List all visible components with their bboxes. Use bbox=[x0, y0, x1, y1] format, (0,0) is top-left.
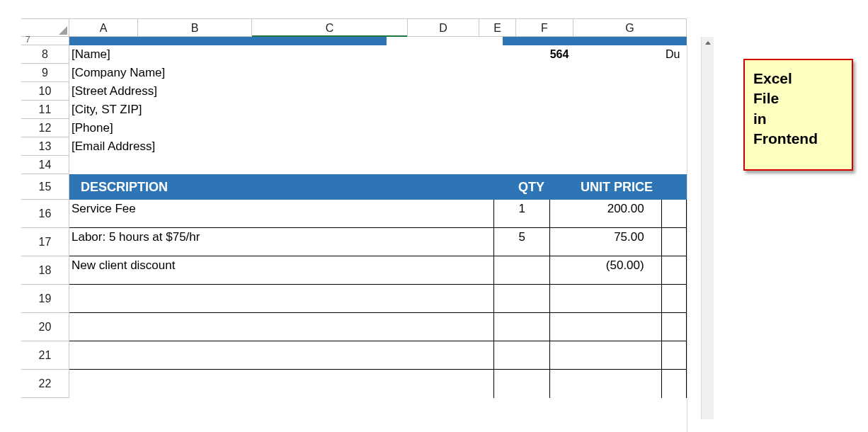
row-header-15[interactable]: 15 bbox=[21, 174, 69, 200]
billto-email[interactable]: [Email Address] bbox=[69, 137, 687, 156]
cell-extra[interactable] bbox=[662, 370, 687, 398]
row-14-empty[interactable] bbox=[69, 156, 687, 174]
cell-extra[interactable] bbox=[662, 285, 687, 312]
table-header-row[interactable]: DESCRIPTION QTY UNIT PRICE bbox=[69, 174, 687, 200]
row-8[interactable]: [Name] 564 Du bbox=[69, 45, 687, 64]
row-header-12[interactable]: 12 bbox=[21, 119, 69, 137]
vertical-scrollbar[interactable] bbox=[701, 37, 714, 419]
excel-embedded-view: A B C D E F G 7 891011121314151617181920… bbox=[0, 0, 868, 432]
row-header-21[interactable]: 21 bbox=[21, 341, 69, 370]
scroll-up-icon[interactable] bbox=[702, 37, 714, 50]
row-header-10[interactable]: 10 bbox=[21, 82, 69, 101]
cell-extra[interactable] bbox=[662, 341, 687, 369]
col-header-A[interactable]: A bbox=[69, 19, 138, 36]
row-header-19[interactable]: 19 bbox=[21, 285, 69, 313]
sticky-line1: Excel bbox=[753, 69, 845, 89]
cell-unit-price[interactable]: (50.00) bbox=[550, 256, 661, 284]
row-header-18[interactable]: 18 bbox=[21, 256, 69, 285]
cell-description[interactable]: New client discount bbox=[69, 256, 494, 284]
table-row[interactable]: New client discount(50.00) bbox=[69, 256, 687, 285]
cell-qty[interactable] bbox=[494, 341, 550, 369]
row7-blue-left bbox=[69, 37, 387, 45]
grid: 7 8910111213141516171819202122 bbox=[21, 37, 69, 398]
due-cutoff-text: Du bbox=[666, 45, 680, 64]
sticky-line4: Frontend bbox=[753, 129, 845, 149]
sticky-note: Excel File in Frontend bbox=[743, 59, 853, 171]
row-header-11[interactable]: 11 bbox=[21, 101, 69, 119]
table-row[interactable] bbox=[69, 341, 687, 370]
cell-unit-price[interactable]: 200.00 bbox=[550, 200, 661, 227]
cell-description[interactable] bbox=[69, 370, 494, 398]
col-header-D[interactable]: D bbox=[408, 19, 479, 36]
table-body: Service Fee1200.00Labor: 5 hours at $75/… bbox=[69, 200, 687, 398]
invoice-number: 564 bbox=[503, 45, 616, 64]
cell-description[interactable]: Service Fee bbox=[69, 200, 494, 227]
row-header-22[interactable]: 22 bbox=[21, 370, 69, 398]
col-header-G[interactable]: G bbox=[573, 19, 687, 36]
row-header-14[interactable]: 14 bbox=[21, 156, 69, 174]
table-row[interactable]: Service Fee1200.00 bbox=[69, 200, 687, 228]
row-header-20[interactable]: 20 bbox=[21, 313, 69, 341]
row-headers: 7 8910111213141516171819202122 bbox=[21, 37, 69, 398]
column-headers: A B C D E F G bbox=[21, 18, 687, 37]
cell-description[interactable] bbox=[69, 313, 494, 341]
cell-extra[interactable] bbox=[662, 313, 687, 341]
sheet-content: [Name] 564 Du [Company Name] [Street Add… bbox=[69, 45, 687, 398]
row-header-9[interactable]: 9 bbox=[21, 64, 69, 82]
cell-qty[interactable] bbox=[494, 370, 550, 398]
billto-name: [Name] bbox=[69, 45, 110, 64]
table-row[interactable] bbox=[69, 313, 687, 341]
right-panel-mask bbox=[687, 45, 701, 432]
select-all-corner[interactable] bbox=[21, 19, 69, 36]
cell-unit-price[interactable]: 75.00 bbox=[550, 228, 661, 256]
th-description: DESCRIPTION bbox=[69, 180, 503, 195]
row-header-8[interactable]: 8 bbox=[21, 45, 69, 64]
billto-company[interactable]: [Company Name] bbox=[69, 64, 687, 82]
cell-extra[interactable] bbox=[662, 256, 687, 284]
sticky-line2: File bbox=[753, 89, 845, 108]
col-header-F[interactable]: F bbox=[516, 19, 573, 36]
cell-unit-price[interactable] bbox=[550, 285, 661, 312]
th-unit-price: UNIT PRICE bbox=[560, 180, 673, 195]
row-header-17[interactable]: 17 bbox=[21, 228, 69, 256]
col-header-E[interactable]: E bbox=[479, 19, 516, 36]
cell-description[interactable] bbox=[69, 341, 494, 369]
cell-qty[interactable]: 1 bbox=[494, 200, 550, 227]
cell-qty[interactable] bbox=[494, 256, 550, 284]
sticky-line3: in bbox=[753, 109, 845, 129]
cell-extra[interactable] bbox=[662, 200, 687, 227]
table-row[interactable]: Labor: 5 hours at $75/hr575.00 bbox=[69, 228, 687, 256]
col-header-B[interactable]: B bbox=[138, 19, 252, 36]
table-row[interactable] bbox=[69, 285, 687, 313]
billto-street[interactable]: [Street Address] bbox=[69, 82, 687, 101]
row7-blue-right bbox=[503, 37, 687, 45]
cell-unit-price[interactable] bbox=[550, 313, 661, 341]
cell-unit-price[interactable] bbox=[550, 341, 661, 369]
row-header-13[interactable]: 13 bbox=[21, 137, 69, 156]
cell-qty[interactable] bbox=[494, 313, 550, 341]
th-qty: QTY bbox=[503, 180, 560, 195]
row-header-16[interactable]: 16 bbox=[21, 200, 69, 228]
row-header-partial[interactable]: 7 bbox=[21, 37, 69, 45]
cell-extra[interactable] bbox=[662, 228, 687, 256]
cell-qty[interactable]: 5 bbox=[494, 228, 550, 256]
cell-qty[interactable] bbox=[494, 285, 550, 312]
cell-description[interactable] bbox=[69, 285, 494, 312]
table-row[interactable] bbox=[69, 370, 687, 398]
billto-phone[interactable]: [Phone] bbox=[69, 119, 687, 137]
col-header-C[interactable]: C bbox=[252, 19, 408, 36]
cell-unit-price[interactable] bbox=[550, 370, 661, 398]
billto-city[interactable]: [City, ST ZIP] bbox=[69, 101, 687, 119]
cell-description[interactable]: Labor: 5 hours at $75/hr bbox=[69, 228, 494, 256]
